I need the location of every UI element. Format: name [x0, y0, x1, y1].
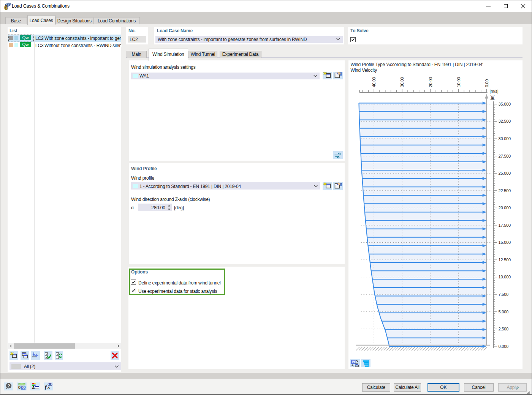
svg-text:7.500: 7.500: [499, 292, 509, 297]
svg-text:0.000: 0.000: [499, 344, 509, 349]
svg-text:17.500: 17.500: [499, 223, 511, 228]
svg-text:35.000: 35.000: [499, 102, 511, 106]
svg-text:2.500: 2.500: [499, 327, 509, 331]
svg-text:22.500: 22.500: [499, 188, 511, 193]
svg-text:Wind Profile Type 'According t: Wind Profile Type 'According to Standard…: [351, 62, 483, 67]
svg-text:40.00: 40.00: [372, 77, 376, 87]
svg-text:[m/s]: [m/s]: [490, 89, 499, 93]
svg-text:10.000: 10.000: [499, 275, 511, 279]
svg-text:Wind Velocity: Wind Velocity: [351, 68, 377, 73]
svg-text:?: ?: [8, 384, 10, 388]
svg-text:[m]: [m]: [490, 95, 494, 100]
svg-text:f: f: [45, 384, 47, 390]
svg-text:25.000: 25.000: [499, 171, 511, 175]
svg-text:20.00: 20.00: [428, 77, 433, 87]
svg-text:00: 00: [21, 385, 26, 390]
svg-text:30.00: 30.00: [400, 77, 404, 87]
svg-text:0.00: 0.00: [484, 79, 489, 87]
svg-text:30.000: 30.000: [499, 136, 511, 141]
svg-text:5.000: 5.000: [499, 310, 509, 314]
svg-text:A: A: [32, 386, 35, 390]
svg-text:32.500: 32.500: [499, 119, 511, 123]
svg-text:6: 6: [5, 5, 8, 11]
svg-text:27.500: 27.500: [499, 154, 511, 158]
svg-text:10.00: 10.00: [456, 77, 461, 87]
svg-text:15.000: 15.000: [499, 240, 511, 245]
svg-text:12.500: 12.500: [499, 258, 511, 262]
svg-text:20.000: 20.000: [499, 205, 511, 210]
